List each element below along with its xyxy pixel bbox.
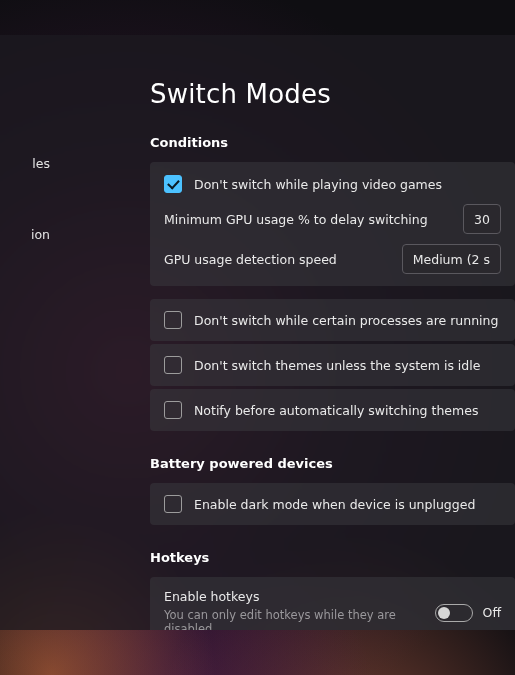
page-title: Switch Modes	[150, 79, 515, 109]
card-enable-hotkeys: Enable hotkeys You can only edit hotkeys…	[150, 577, 515, 630]
section-title-battery: Battery powered devices	[150, 456, 515, 471]
sidebar: les ion	[0, 150, 50, 248]
label-enable-dark-unplugged: Enable dark mode when device is unplugge…	[194, 497, 475, 512]
checkbox-dont-switch-idle[interactable]	[164, 356, 182, 374]
checkbox-dont-switch-processes[interactable]	[164, 311, 182, 329]
section-title-conditions: Conditions	[150, 135, 515, 150]
sidebar-item-label: les	[32, 156, 50, 171]
checkbox-notify-before[interactable]	[164, 401, 182, 419]
checkbox-enable-dark-unplugged[interactable]	[164, 495, 182, 513]
section-title-hotkeys: Hotkeys	[150, 550, 515, 565]
select-gpu-speed-value: Medium (2 s	[413, 252, 490, 267]
label-gpu-speed: GPU usage detection speed	[164, 252, 337, 267]
label-dont-switch-idle: Don't switch themes unless the system is…	[194, 358, 480, 373]
input-min-gpu-value: 30	[474, 212, 490, 227]
sidebar-item-1[interactable]: ion	[0, 221, 50, 248]
select-gpu-speed[interactable]: Medium (2 s	[402, 244, 501, 274]
label-notify-before: Notify before automatically switching th…	[194, 403, 478, 418]
settings-panel: les ion Switch Modes Conditions Don't sw…	[0, 35, 515, 630]
toggle-enable-hotkeys[interactable]	[435, 604, 473, 622]
toggle-state-enable-hotkeys: Off	[483, 605, 501, 620]
label-min-gpu: Minimum GPU usage % to delay switching	[164, 212, 428, 227]
label-enable-hotkeys: Enable hotkeys	[164, 589, 423, 604]
label-dont-switch-processes: Don't switch while certain processes are…	[194, 313, 498, 328]
content-area: Switch Modes Conditions Don't switch whi…	[150, 35, 515, 630]
label-dont-switch-games: Don't switch while playing video games	[194, 177, 442, 192]
card-notify-before: Notify before automatically switching th…	[150, 389, 515, 431]
card-dont-switch-idle: Don't switch themes unless the system is…	[150, 344, 515, 386]
checkbox-dont-switch-games[interactable]	[164, 175, 182, 193]
hint-enable-hotkeys: You can only edit hotkeys while they are…	[164, 608, 423, 630]
sidebar-item-0[interactable]: les	[0, 150, 50, 177]
card-dont-switch-processes: Don't switch while certain processes are…	[150, 299, 515, 341]
card-enable-dark-unplugged: Enable dark mode when device is unplugge…	[150, 483, 515, 525]
sidebar-item-label: ion	[31, 227, 50, 242]
card-conditions-main: Don't switch while playing video games M…	[150, 162, 515, 286]
input-min-gpu[interactable]: 30	[463, 204, 501, 234]
